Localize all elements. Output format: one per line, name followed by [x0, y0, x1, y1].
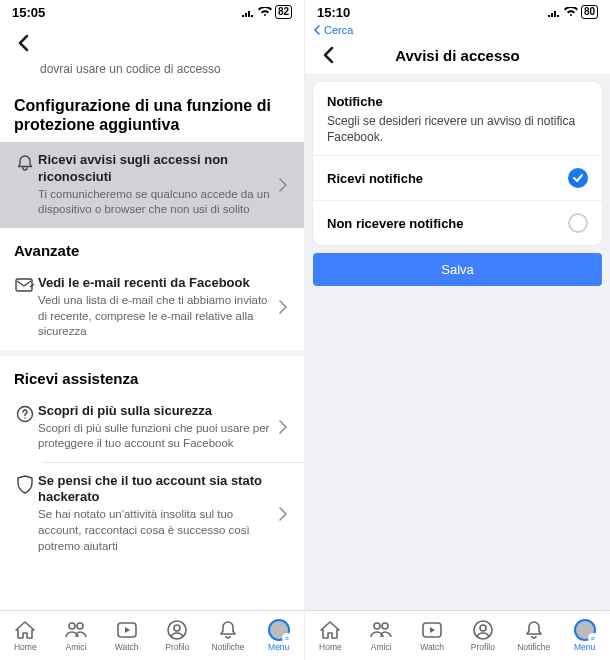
row-title: Vedi le e-mail recenti da Facebook [38, 275, 272, 291]
chevron-left-icon [313, 25, 321, 35]
status-bar: 15:05 82 [0, 0, 304, 24]
tab-label: Profilo [165, 642, 189, 652]
option-label: Non ricevere notifiche [327, 216, 464, 231]
row-learn-more-security[interactable]: Scopri di più sulla sicurezza Scopri di … [0, 393, 304, 462]
section-title-help: Ricevi assistenza [0, 356, 304, 393]
svg-point-2 [69, 623, 75, 629]
status-time: 15:10 [317, 5, 350, 20]
status-bar: 15:10 80 [305, 0, 610, 24]
svg-rect-0 [16, 279, 32, 291]
page-title: Avvisi di accesso [305, 47, 610, 64]
save-button[interactable]: Salva [313, 253, 602, 286]
breadcrumb-back[interactable]: Cerca [313, 24, 610, 36]
question-circle-icon [12, 403, 38, 423]
watch-icon [421, 619, 443, 641]
chevron-right-icon [272, 178, 294, 192]
row-title: Ricevi avvisi sugli accessi non riconosc… [38, 152, 272, 185]
card-title: Notifiche [327, 94, 588, 109]
option-receive-notifications[interactable]: Ricevi notifiche [313, 155, 602, 200]
section-title-extra-protection: Configurazione di una funzione di protez… [0, 86, 304, 142]
tab-bar: Home Amici Watch Profilo Notifiche ≡ Men… [305, 610, 610, 660]
status-time: 15:05 [12, 5, 45, 20]
tab-profile[interactable]: Profilo [152, 611, 203, 660]
svg-point-8 [382, 623, 388, 629]
option-label: Ricevi notifiche [327, 171, 423, 186]
svg-point-3 [77, 623, 83, 629]
back-button[interactable] [8, 28, 38, 58]
section-title-advanced: Avanzate [0, 228, 304, 265]
tab-label: Notifiche [517, 642, 550, 652]
row-body: Scopri di più sulla sicurezza Scopri di … [38, 403, 272, 452]
tab-label: Watch [115, 642, 139, 652]
tab-menu[interactable]: ≡ Menu [253, 611, 304, 660]
chevron-left-icon [322, 46, 334, 64]
tab-label: Profilo [471, 642, 495, 652]
row-login-alerts[interactable]: Ricevi avvisi sugli accessi non riconosc… [0, 142, 304, 228]
tab-notifications[interactable]: Notifiche [508, 611, 559, 660]
chevron-right-icon [272, 300, 294, 314]
wifi-icon [564, 7, 578, 17]
bell-icon [12, 152, 38, 172]
tab-label: Amici [371, 642, 392, 652]
chevron-left-icon [17, 34, 29, 52]
menu-avatar-icon: ≡ [268, 619, 290, 641]
tab-menu[interactable]: ≡ Menu [559, 611, 610, 660]
card-subtitle: Scegli se desideri ricevere un avviso di… [327, 113, 588, 145]
screen-security-settings: 15:05 82 dovrai usare un codice di acces… [0, 0, 305, 660]
row-body: Vedi le e-mail recenti da Facebook Vedi … [38, 275, 272, 340]
signal-icon [547, 7, 561, 17]
menu-avatar-icon: ≡ [574, 619, 596, 641]
row-title: Scopri di più sulla sicurezza [38, 403, 272, 419]
home-icon [14, 619, 36, 641]
header: Avvisi di accesso [305, 36, 610, 74]
tab-profile[interactable]: Profilo [457, 611, 508, 660]
tab-home[interactable]: Home [305, 611, 356, 660]
watch-icon [116, 619, 138, 641]
battery-indicator: 82 [275, 5, 292, 19]
tab-friends[interactable]: Amici [51, 611, 102, 660]
tab-label: Amici [66, 642, 87, 652]
status-indicators: 82 [241, 5, 292, 19]
tab-label: Home [319, 642, 342, 652]
chevron-right-icon [272, 507, 294, 521]
back-button[interactable] [313, 40, 343, 70]
profile-icon [473, 619, 493, 641]
bell-icon [218, 619, 238, 641]
wifi-icon [258, 7, 272, 17]
row-subtitle: Ti comunicheremo se qualcuno accede da u… [38, 187, 272, 218]
svg-point-6 [174, 625, 180, 631]
envelope-icon [12, 275, 38, 293]
tab-label: Notifiche [211, 642, 244, 652]
tab-friends[interactable]: Amici [356, 611, 407, 660]
row-subtitle: Scopri di più sulle funzioni che puoi us… [38, 421, 272, 452]
tab-bar: Home Amici Watch Profilo Notifiche ≡ Men… [0, 610, 304, 660]
row-account-hacked[interactable]: Se pensi che il tuo account sia stato ha… [0, 463, 304, 564]
breadcrumb-label: Cerca [324, 24, 353, 36]
battery-indicator: 80 [581, 5, 598, 19]
tab-notifications[interactable]: Notifiche [203, 611, 254, 660]
tab-label: Home [14, 642, 37, 652]
option-dont-receive-notifications[interactable]: Non ricevere notifiche [313, 200, 602, 245]
shield-icon [12, 473, 38, 495]
tab-label: Watch [420, 642, 444, 652]
card-header: Notifiche Scegli se desideri ricevere un… [313, 82, 602, 155]
previous-row-subtitle: dovrai usare un codice di accesso [0, 62, 304, 86]
row-subtitle: Vedi una lista di e-mail che ti abbiamo … [38, 293, 272, 340]
status-indicators: 80 [547, 5, 598, 19]
tab-home[interactable]: Home [0, 611, 51, 660]
settings-scroll[interactable]: dovrai usare un codice di accesso Config… [0, 62, 304, 610]
radio-unselected-icon [568, 213, 588, 233]
row-recent-emails[interactable]: Vedi le e-mail recenti da Facebook Vedi … [0, 265, 304, 350]
chevron-right-icon [272, 420, 294, 434]
tab-watch[interactable]: Watch [101, 611, 152, 660]
alerts-scroll[interactable]: Notifiche Scegli se desideri ricevere un… [305, 74, 610, 610]
home-icon [319, 619, 341, 641]
radio-selected-icon [568, 168, 588, 188]
row-title: Se pensi che il tuo account sia stato ha… [38, 473, 272, 506]
tab-label: Menu [268, 642, 289, 652]
tab-watch[interactable]: Watch [407, 611, 458, 660]
header [0, 24, 304, 62]
row-body: Se pensi che il tuo account sia stato ha… [38, 473, 272, 554]
row-subtitle: Se hai notato un'attività insolita sul t… [38, 507, 272, 554]
screen-login-alerts: 15:10 80 Cerca Avvisi di accesso Notific… [305, 0, 610, 660]
